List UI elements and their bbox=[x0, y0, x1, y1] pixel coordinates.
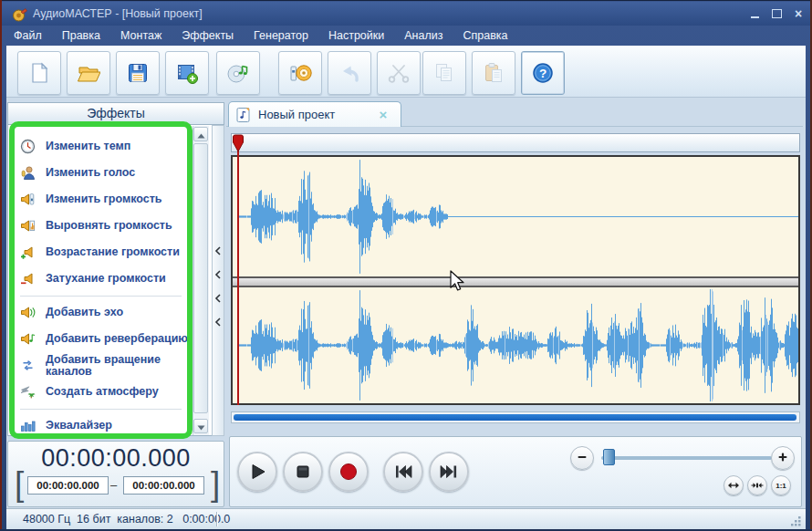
zoom-slider-handle[interactable] bbox=[603, 449, 615, 465]
playback-panel: 1:1 bbox=[229, 436, 802, 507]
menu-item-7[interactable]: Анализ bbox=[394, 29, 453, 42]
cd-audio-icon bbox=[226, 61, 250, 85]
tab-close-button[interactable]: × bbox=[375, 107, 391, 123]
effect-label: Выровнять громкость bbox=[46, 220, 172, 232]
effect-item-1-5[interactable]: Возрастание громкости bbox=[8, 239, 193, 266]
window-frame-top bbox=[0, 0, 812, 1]
menu-item-4[interactable]: Эффекты bbox=[172, 29, 244, 42]
playhead-marker[interactable] bbox=[232, 134, 245, 152]
current-time-display: 00:00:00.000 bbox=[8, 444, 224, 473]
channel-divider[interactable] bbox=[233, 276, 798, 287]
paste-icon bbox=[482, 61, 505, 85]
effect-item-2-2[interactable]: Добавить реверберацию bbox=[8, 326, 193, 352]
scrollbar-thumb[interactable] bbox=[193, 143, 208, 413]
effect-item-1-3[interactable]: Изменить громкость bbox=[8, 186, 193, 213]
open-file-button[interactable] bbox=[67, 51, 110, 95]
close-button[interactable]: × bbox=[790, 6, 807, 21]
help-button[interactable]: ? bbox=[521, 51, 565, 95]
effect-item-2-4[interactable]: Создать атмосферу bbox=[8, 379, 193, 405]
volume-icon bbox=[20, 192, 36, 207]
channel-rotation-icon bbox=[20, 358, 36, 373]
minus-icon bbox=[577, 450, 588, 466]
minimize-button[interactable] bbox=[746, 6, 763, 21]
effect-item-1-2[interactable]: Изменить голос bbox=[8, 160, 193, 186]
record-sound-button[interactable] bbox=[278, 51, 322, 95]
collapse-chevron-icon[interactable] bbox=[214, 243, 222, 252]
stop-button[interactable] bbox=[283, 452, 323, 492]
effect-item-1-4[interactable]: Выровнять громкость bbox=[8, 213, 193, 239]
selection-end-input[interactable] bbox=[123, 476, 204, 495]
window-controls: × bbox=[743, 6, 807, 21]
collapse-chevron-icon[interactable] bbox=[214, 266, 222, 276]
waveform-hscrollbar[interactable] bbox=[231, 411, 800, 423]
skip-start-button[interactable] bbox=[383, 452, 423, 492]
timeline-ruler[interactable] bbox=[231, 133, 800, 152]
effect-item-1-6[interactable]: Затухание громкости bbox=[8, 266, 193, 292]
paste-button[interactable] bbox=[472, 51, 515, 95]
effect-label: Затухание громкости bbox=[46, 273, 166, 285]
menu-item-1[interactable]: Файл bbox=[4, 29, 52, 42]
effect-item-3-1[interactable]: Эквалайзер bbox=[8, 412, 193, 436]
zoom-in-button[interactable] bbox=[771, 446, 795, 470]
undo-button[interactable] bbox=[328, 51, 371, 95]
menu-item-5[interactable]: Генератор bbox=[244, 29, 318, 42]
undo-icon bbox=[338, 61, 361, 85]
record-button[interactable] bbox=[328, 452, 369, 492]
waveform-channel-2[interactable] bbox=[233, 287, 798, 403]
tab-new-project[interactable]: Новый проект × bbox=[228, 101, 401, 127]
open-folder-icon bbox=[77, 61, 100, 85]
one-to-one-button[interactable]: 1:1 bbox=[771, 475, 791, 495]
waveform-channel-1[interactable] bbox=[233, 157, 798, 276]
resize-grip[interactable] bbox=[790, 515, 802, 526]
selection-start-input[interactable] bbox=[27, 476, 109, 495]
minimize-icon bbox=[751, 16, 759, 18]
play-button[interactable] bbox=[237, 452, 277, 492]
zoom-slider[interactable] bbox=[601, 456, 772, 460]
selection-bracket-close: ] bbox=[211, 465, 220, 504]
new-project-button[interactable] bbox=[17, 51, 61, 95]
fit-selection-icon bbox=[751, 477, 764, 494]
effect-item-2-1[interactable]: Добавить эхо bbox=[8, 299, 193, 326]
save-icon bbox=[126, 61, 150, 85]
import-video-audio-button[interactable] bbox=[165, 51, 209, 95]
menu-item-3[interactable]: Монтаж bbox=[110, 29, 172, 42]
grab-cd-audio-button[interactable] bbox=[216, 51, 260, 95]
copy-button[interactable] bbox=[422, 51, 466, 95]
effect-label: Добавить реверберацию bbox=[46, 333, 188, 345]
atmosphere-icon bbox=[20, 384, 36, 400]
skip-end-button[interactable] bbox=[429, 452, 469, 492]
panel-splitter[interactable] bbox=[212, 125, 224, 436]
equalizer-icon bbox=[20, 418, 36, 433]
audio-file-icon bbox=[236, 107, 251, 123]
status-divider bbox=[216, 512, 217, 526]
collapse-chevron-icon[interactable] bbox=[214, 314, 222, 323]
record-icon bbox=[338, 462, 359, 482]
menu-item-6[interactable]: Настройки bbox=[318, 29, 394, 42]
menu-item-8[interactable]: Справка bbox=[453, 29, 517, 42]
effect-item-2-3[interactable]: Добавить вращение каналов bbox=[8, 352, 193, 379]
scroll-up-button[interactable] bbox=[193, 127, 208, 141]
waveform-view bbox=[231, 155, 800, 405]
fit-width-button[interactable] bbox=[724, 475, 744, 495]
stop-icon bbox=[293, 462, 313, 482]
one-to-one-label: 1:1 bbox=[776, 482, 786, 490]
collapse-chevron-icon[interactable] bbox=[214, 290, 222, 299]
menu-item-2[interactable]: Правка bbox=[52, 29, 110, 42]
effect-label: Изменить темп bbox=[46, 141, 130, 152]
effect-item-1-1[interactable]: Изменить темп bbox=[8, 133, 193, 160]
zoom-out-button[interactable] bbox=[570, 446, 594, 470]
group-separator bbox=[20, 296, 182, 297]
maximize-button[interactable] bbox=[768, 6, 785, 21]
fit-selection-button[interactable] bbox=[747, 475, 767, 495]
save-button[interactable] bbox=[116, 51, 160, 95]
effect-label: Добавить вращение каналов bbox=[46, 354, 192, 378]
down-arrow-icon bbox=[197, 418, 205, 434]
scroll-down-button[interactable] bbox=[193, 419, 208, 433]
effect-label: Возрастание громкости bbox=[46, 246, 180, 258]
hscrollbar-thumb[interactable] bbox=[234, 414, 796, 421]
cut-button[interactable] bbox=[377, 51, 421, 95]
toolbar: ? bbox=[6, 46, 806, 98]
window-title: АудиоМАСТЕР - [Новый проект] bbox=[33, 2, 203, 26]
echo-icon bbox=[20, 305, 36, 320]
normalize-icon bbox=[20, 218, 36, 234]
